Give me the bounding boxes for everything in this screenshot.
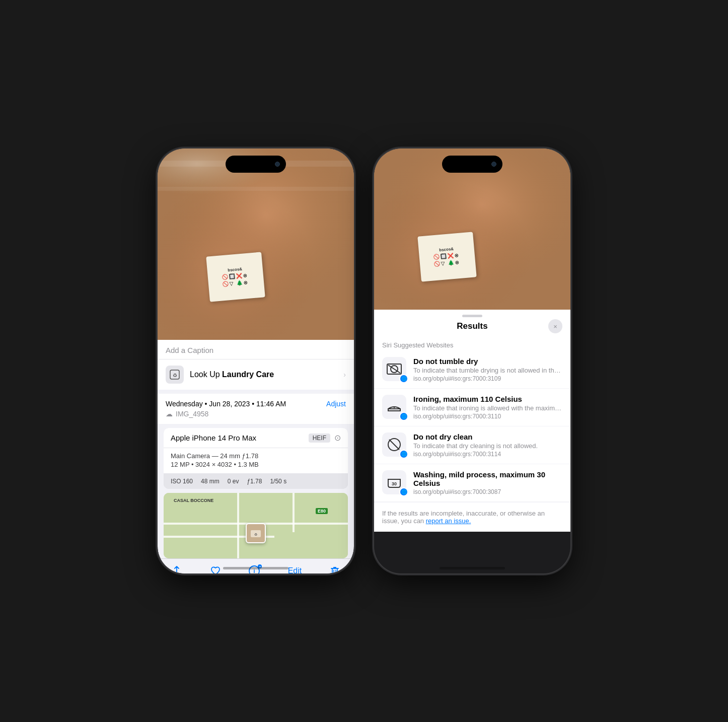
no-tumble-dry-icon: [386, 361, 402, 377]
camera-icon[interactable]: ⊙: [334, 433, 341, 443]
right-phone: bscos& 🚫🔲❌⊗ 🚫▽🌲⊗ Results × Siri Suggeste…: [374, 149, 570, 573]
front-camera-right: [491, 162, 496, 167]
share-icon: [171, 565, 182, 573]
svg-text:30: 30: [392, 481, 397, 486]
map-road-v1: [237, 493, 239, 558]
edit-button[interactable]: Edit: [288, 566, 302, 573]
map-pin-image: ♻: [247, 524, 265, 542]
result-title-0: Do not tumble dry: [413, 357, 562, 366]
lookup-icon: ♻: [166, 366, 184, 384]
result-icon-wrap-2: 🌐: [382, 432, 406, 457]
camera-detail2: 12 MP • 3024 × 4032 • 1.3 MB: [171, 461, 341, 468]
meta-section: Wednesday • Jun 28, 2023 • 11:46 AM Adju…: [158, 394, 354, 424]
share-button[interactable]: [171, 565, 182, 573]
exif-shutter: 1/50 s: [270, 478, 286, 485]
globe-badge-0: 🌐: [399, 374, 408, 383]
wash-30-icon: 30: [386, 474, 402, 490]
map-pin: ♻: [246, 523, 266, 543]
close-icon: ×: [553, 323, 557, 330]
result-item-1[interactable]: 🌐 Ironing, maximum 110 Celsius To indica…: [374, 389, 570, 426]
svg-line-26: [389, 440, 399, 450]
lookup-row[interactable]: ♻ Look Up Laundry Care ›: [158, 359, 354, 390]
svg-rect-20: [374, 149, 570, 310]
results-header: Results ×: [374, 317, 570, 337]
exif-ev: 0 ev: [228, 478, 239, 485]
filename: IMG_4958: [176, 410, 208, 418]
dynamic-island: [226, 156, 286, 173]
svg-text:♻: ♻: [173, 373, 177, 378]
result-content-1: Ironing, maximum 110 Celsius To indicate…: [413, 395, 562, 420]
svg-line-23: [388, 365, 400, 373]
laundry-label-photo: bscos& 🚫🔲❌⊗ 🚫▽🌲⊗: [206, 252, 265, 302]
photo-svg: [158, 149, 354, 340]
result-icon-wrap-0: 🌐: [382, 357, 406, 381]
exif-row: ISO 160 48 mm 0 ev ƒ1.78 1/50 s: [164, 474, 348, 489]
close-button[interactable]: ×: [548, 319, 562, 333]
device-section: Apple iPhone 14 Pro Max HEIF ⊙ Main Came…: [164, 428, 348, 489]
meta-date: Wednesday • Jun 28, 2023 • 11:46 AM: [166, 400, 286, 408]
svg-text:♻: ♻: [254, 533, 257, 536]
lookup-chevron: ›: [343, 371, 346, 379]
exif-iso: ISO 160: [171, 478, 193, 485]
caption-placeholder: Add a Caption: [166, 346, 213, 354]
lookup-prefix: Look Up: [190, 370, 222, 379]
device-name: Apple iPhone 14 Pro Max: [171, 434, 256, 442]
no-dry-clean-icon: [386, 437, 402, 453]
map-road-v2: [293, 493, 295, 532]
photo-area[interactable]: bscos& 🚫🔲❌⊗ 🚫▽🌲⊗: [158, 149, 354, 340]
map-area[interactable]: CASAL BOCCONE E80 ♻: [164, 493, 348, 558]
favorite-button[interactable]: [210, 565, 221, 573]
report-area: If the results are incomplete, inaccurat…: [374, 502, 570, 532]
result-item-0[interactable]: 🌐 Do not tumble dry To indicate that tum…: [374, 351, 570, 389]
result-title-2: Do not dry clean: [413, 432, 562, 441]
camera-detail: Main Camera — 24 mm ƒ1.78 12 MP • 3024 ×…: [164, 448, 348, 474]
result-title-1: Ironing, maximum 110 Celsius: [413, 395, 562, 403]
result-icon-wrap-3: 30 🌐: [382, 470, 406, 494]
section-label: Siri Suggested Websites: [374, 337, 570, 351]
svg-rect-15: [332, 568, 337, 573]
result-url-0: iso.org/obp/ui#iso:grs:7000:3109: [413, 375, 562, 382]
globe-badge-1: 🌐: [399, 412, 408, 421]
caption-area[interactable]: Add a Caption: [158, 340, 354, 359]
result-icon-wrap-1: 🌐: [382, 395, 406, 419]
heart-icon: [210, 565, 221, 573]
camera-detail1: Main Camera — 24 mm ƒ1.78: [171, 452, 341, 460]
result-item-2[interactable]: 🌐 Do not dry clean To indicate that dry …: [374, 426, 570, 464]
globe-badge-3: 🌐: [399, 487, 408, 496]
iron-max-110-icon: [386, 399, 402, 415]
result-item-3[interactable]: 30 🌐 Washing, mild process, maximum 30 C…: [374, 464, 570, 502]
results-handle: [374, 310, 570, 317]
lookup-bold: Laundry Care: [222, 370, 274, 379]
left-phone: bscos& 🚫🔲❌⊗ 🚫▽🌲⊗ Add a Caption ♻: [158, 149, 354, 573]
result-url-2: iso.org/obp/ui#iso:grs:7000:3114: [413, 451, 562, 458]
svg-point-24: [394, 407, 395, 408]
result-url-3: iso.org/obp/ui#iso:grs:7000:3087: [413, 488, 562, 495]
dynamic-island-right: [442, 156, 502, 173]
globe-badge-2: 🌐: [399, 450, 408, 459]
result-content-3: Washing, mild process, maximum 30 Celsiu…: [413, 470, 562, 495]
adjust-button[interactable]: Adjust: [326, 400, 346, 408]
result-content-0: Do not tumble dry To indicate that tumbl…: [413, 357, 562, 382]
result-desc-2: To indicate that dry cleaning is not all…: [413, 442, 562, 450]
exif-aperture: ƒ1.78: [247, 478, 262, 485]
delete-button[interactable]: [329, 565, 340, 573]
result-desc-1: To indicate that ironing is allowed with…: [413, 404, 562, 412]
result-title-3: Washing, mild process, maximum 30 Celsiu…: [413, 470, 562, 487]
device-row: Apple iPhone 14 Pro Max HEIF ⊙: [164, 428, 348, 448]
report-link[interactable]: report an issue.: [426, 517, 471, 525]
exif-focal: 48 mm: [201, 478, 220, 485]
front-camera: [275, 162, 280, 167]
home-indicator-right: [440, 567, 505, 569]
info-panel: Add a Caption ♻ Look Up Laundry Care ›: [158, 340, 354, 573]
map-highway-badge: E80: [316, 508, 328, 514]
toolbar: i ✦ Edit: [158, 558, 354, 573]
result-content-2: Do not dry clean To indicate that dry cl…: [413, 432, 562, 458]
photo-svg-right: [374, 149, 570, 310]
home-indicator-left: [223, 567, 288, 569]
format-badge: HEIF: [309, 434, 330, 443]
result-desc-0: To indicate that tumble drying is not al…: [413, 367, 562, 374]
results-panel: Results × Siri Suggested Websites 🌐: [374, 310, 570, 532]
laundry-label-photo-right: bscos& 🚫🔲❌⊗ 🚫▽🌲⊗: [417, 232, 476, 281]
lookup-label: Look Up Laundry Care: [190, 370, 274, 379]
photo-area-right: bscos& 🚫🔲❌⊗ 🚫▽🌲⊗: [374, 149, 570, 310]
